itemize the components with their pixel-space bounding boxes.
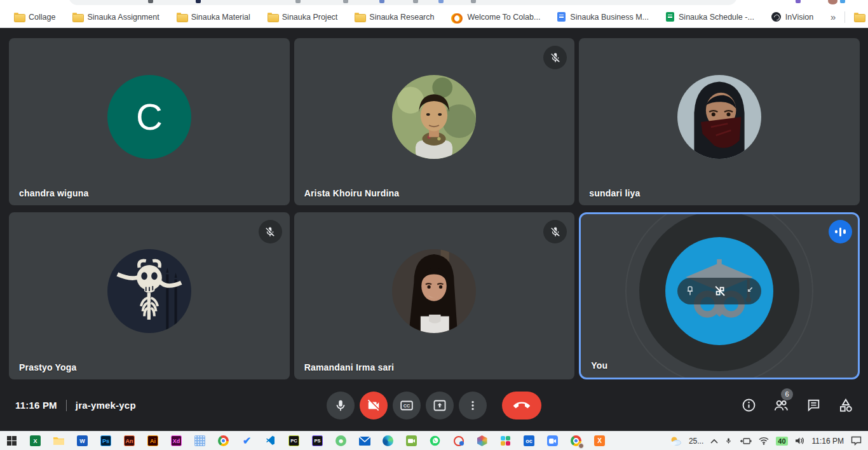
- participant-tile-ramandani-irma-sari[interactable]: Ramandani Irma sari: [294, 212, 575, 379]
- bookmark-invision[interactable]: InVision: [771, 12, 813, 22]
- word-icon: W: [77, 435, 88, 446]
- taskbar-word[interactable]: W: [71, 432, 94, 450]
- tray-wifi-icon[interactable]: [759, 437, 769, 445]
- check-icon: ✔: [243, 435, 251, 447]
- taskbar-zoom[interactable]: [541, 432, 564, 450]
- taskbar-file-explorer[interactable]: [47, 432, 71, 450]
- extension-icon-cropped[interactable]: [840, 0, 845, 3]
- bookmarks-bar: Collage Sinauka Assignment Sinauka Mater…: [0, 6, 868, 28]
- divider: [844, 11, 845, 23]
- folder-icon: [72, 13, 83, 21]
- participants-button[interactable]: 6: [773, 397, 789, 414]
- taskbar-chrome-profile[interactable]: [564, 432, 588, 450]
- extension-icon-cropped[interactable]: [796, 0, 801, 3]
- taskbar-xampp[interactable]: X: [588, 432, 611, 450]
- red-recorder-icon: [454, 436, 464, 446]
- start-button[interactable]: [0, 432, 24, 450]
- file-explorer-icon: [53, 436, 65, 446]
- taskbar-chrome[interactable]: [212, 432, 235, 450]
- mic-button[interactable]: [327, 392, 355, 419]
- participant-tile-you[interactable]: You: [579, 212, 860, 379]
- tab-favicon-speck: [471, 0, 476, 3]
- folder-icon: [177, 13, 187, 21]
- taskbar-red-recorder[interactable]: [447, 432, 470, 450]
- oc-icon: oc: [524, 435, 534, 446]
- tray-speaker-icon[interactable]: [795, 437, 805, 445]
- hide-self-icon[interactable]: [712, 283, 728, 299]
- browser-profile-avatar-cropped[interactable]: [828, 0, 837, 4]
- more-options-button[interactable]: [459, 392, 487, 419]
- tray-battery-percent[interactable]: 40: [776, 437, 787, 446]
- taskbar-oc-app[interactable]: oc: [517, 432, 541, 450]
- mic-off-icon: [550, 52, 561, 64]
- participant-tile-chandra-wiguna[interactable]: C chandra wiguna: [9, 38, 290, 205]
- participant-tile-sundari-liya[interactable]: sundari liya: [579, 38, 860, 205]
- meet-bottom-bar: 11:16 PM jra-ymek-ycp: [0, 379, 868, 431]
- more-icon: [466, 399, 479, 412]
- address-bar-bottom[interactable]: [69, 0, 737, 5]
- taskbar-adobe-xd[interactable]: Xd: [165, 432, 188, 450]
- sheets-icon: [666, 12, 674, 22]
- docs-icon: [557, 12, 566, 22]
- taskbar-animate[interactable]: An: [118, 432, 141, 450]
- activities-button[interactable]: [837, 397, 854, 414]
- meeting-info: 11:16 PM jra-ymek-ycp: [15, 400, 136, 411]
- action-center-icon[interactable]: [851, 436, 862, 446]
- screen: Collage Sinauka Assignment Sinauka Mater…: [0, 0, 868, 450]
- captions-button[interactable]: CC: [393, 392, 421, 419]
- taskbar-pycharm[interactable]: PC: [282, 432, 306, 450]
- participant-name: Ramandani Irma sari: [304, 362, 395, 372]
- meeting-details-button[interactable]: [740, 397, 757, 414]
- tray-mic-icon[interactable]: [725, 436, 732, 446]
- participant-tile-prastyo-yoga[interactable]: Prastyo Yoga: [9, 212, 290, 379]
- bookmark-welcome-to-colab[interactable]: Welcome To Colab...: [451, 13, 540, 22]
- taskbar-screen-recorder[interactable]: [400, 432, 423, 450]
- other-bookmarks-button[interactable]: Other bookmarks: [854, 13, 868, 22]
- camera-off-button[interactable]: [360, 392, 388, 419]
- bookmarks-overflow-chevron[interactable]: »: [831, 11, 836, 22]
- bookmark-sinauka-business[interactable]: Sinauka Business M...: [557, 12, 649, 22]
- xampp-icon: X: [594, 435, 605, 446]
- bookmark-sinauka-schedule[interactable]: Sinauka Schedule -...: [666, 12, 754, 22]
- weather-icon[interactable]: [669, 436, 682, 446]
- tab-favicon-speck: [196, 0, 201, 3]
- taskbar-illustrator[interactable]: Ai: [141, 432, 165, 450]
- taskbar-edge[interactable]: [376, 432, 400, 450]
- tray-clock[interactable]: 11:16 PM: [812, 437, 844, 446]
- leave-call-button[interactable]: [502, 392, 541, 419]
- taskbar-vscode[interactable]: [259, 432, 282, 450]
- present-button[interactable]: [426, 392, 454, 419]
- bookmark-label: Collage: [29, 13, 55, 22]
- taskbar-phpstorm[interactable]: PS: [306, 432, 329, 450]
- bookmark-sinauka-research[interactable]: Sinauka Research: [355, 13, 434, 22]
- illustrator-icon: Ai: [147, 435, 158, 446]
- bookmark-sinauka-material[interactable]: Sinauka Material: [177, 13, 250, 22]
- participant-tile-arista-khoiru-nurdina[interactable]: Arista Khoiru Nurdina: [294, 38, 575, 205]
- photo-skeleton-avatar: [107, 249, 191, 333]
- tray-battery-icon[interactable]: [739, 437, 752, 445]
- chat-button[interactable]: [805, 397, 822, 414]
- bookmark-sinauka-project[interactable]: Sinauka Project: [268, 13, 338, 22]
- taskbar-excel[interactable]: X: [24, 432, 47, 450]
- chrome-icon: [218, 435, 229, 446]
- tray-chevron-up-icon[interactable]: [710, 439, 718, 444]
- taskbar-whatsapp[interactable]: [423, 432, 447, 450]
- tray-temperature[interactable]: 25...: [689, 437, 703, 446]
- minimize-icon[interactable]: [743, 285, 755, 297]
- photo-girl-avatar: [392, 249, 476, 333]
- taskbar-slack[interactable]: [494, 432, 517, 450]
- taskbar-hexagon-app[interactable]: [470, 432, 494, 450]
- taskbar-mail[interactable]: [353, 432, 376, 450]
- mail-icon: [359, 437, 370, 446]
- avatar: [392, 75, 476, 159]
- taskbar-todo-check[interactable]: ✔: [235, 432, 259, 450]
- taskbar-blue-grid-app[interactable]: [188, 432, 212, 450]
- tab-favicon-speck: [343, 0, 348, 3]
- participant-grid: C chandra wiguna: [9, 38, 860, 379]
- bookmark-collage[interactable]: Collage: [14, 13, 55, 22]
- pin-icon[interactable]: [684, 285, 696, 297]
- bookmark-sinauka-assignment[interactable]: Sinauka Assignment: [72, 13, 159, 22]
- taskbar-green-person-app[interactable]: ☻: [329, 432, 353, 450]
- phpstorm-icon: PS: [312, 435, 323, 446]
- taskbar-photoshop[interactable]: Ps: [94, 432, 118, 450]
